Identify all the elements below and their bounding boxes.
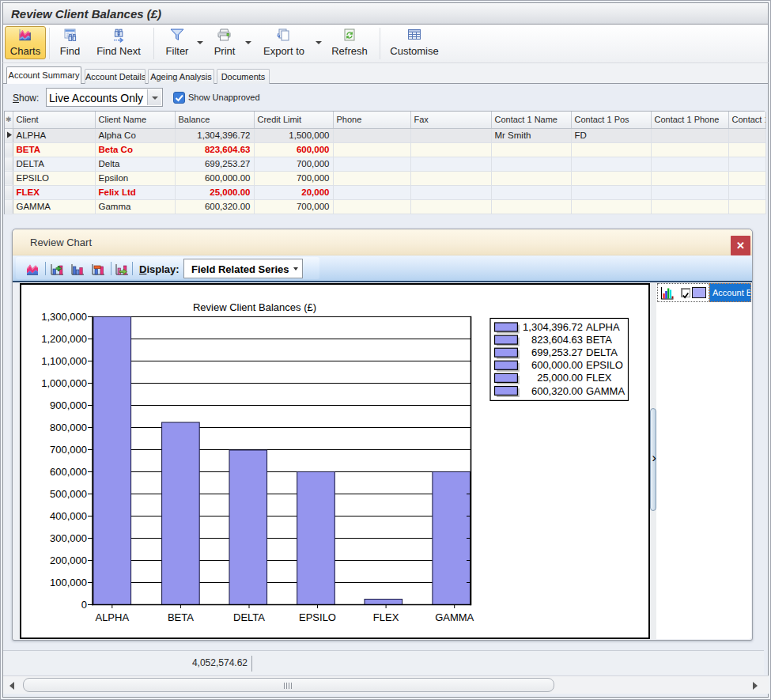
svg-text:800,000: 800,000 (50, 422, 87, 433)
svg-text:1,100,000: 1,100,000 (41, 355, 87, 367)
svg-text:600,000.00: 600,000.00 (531, 359, 583, 371)
svg-text:0: 0 (81, 599, 87, 611)
svg-text:823,604.63: 823,604.63 (531, 334, 583, 346)
svg-text:BETA: BETA (168, 611, 194, 623)
svg-text:500,000: 500,000 (50, 488, 87, 500)
svg-text:700,000: 700,000 (50, 444, 87, 456)
svg-text:BETA: BETA (586, 334, 612, 346)
svg-text:ALPHA: ALPHA (95, 611, 129, 623)
svg-text:600,000: 600,000 (50, 466, 87, 478)
svg-text:GAMMA: GAMMA (586, 385, 625, 397)
svg-text:1,000,000: 1,000,000 (41, 377, 87, 389)
svg-text:25,000.00: 25,000.00 (537, 372, 583, 384)
svg-text:FLEX: FLEX (373, 611, 399, 623)
svg-text:200,000: 200,000 (50, 554, 87, 566)
svg-text:FLEX: FLEX (586, 372, 612, 384)
svg-text:699,253.27: 699,253.27 (531, 346, 583, 358)
svg-text:100,000: 100,000 (50, 577, 87, 588)
svg-text:1,300,000: 1,300,000 (41, 311, 87, 323)
svg-text:600,320.00: 600,320.00 (531, 385, 583, 397)
svg-text:EPSILO: EPSILO (586, 359, 623, 371)
svg-text:ALPHA: ALPHA (586, 321, 620, 333)
svg-text:Review Client Balances (£): Review Client Balances (£) (193, 301, 316, 313)
svg-text:GAMMA: GAMMA (435, 611, 474, 623)
svg-text:DELTA: DELTA (586, 346, 618, 358)
svg-text:EPSILO: EPSILO (299, 611, 336, 623)
svg-text:300,000: 300,000 (50, 532, 87, 544)
svg-text:900,000: 900,000 (50, 399, 87, 411)
svg-text:1,200,000: 1,200,000 (41, 333, 87, 345)
svg-text:1,304,396.72: 1,304,396.72 (523, 321, 583, 333)
svg-text:DELTA: DELTA (233, 611, 265, 623)
svg-text:400,000: 400,000 (50, 510, 87, 522)
